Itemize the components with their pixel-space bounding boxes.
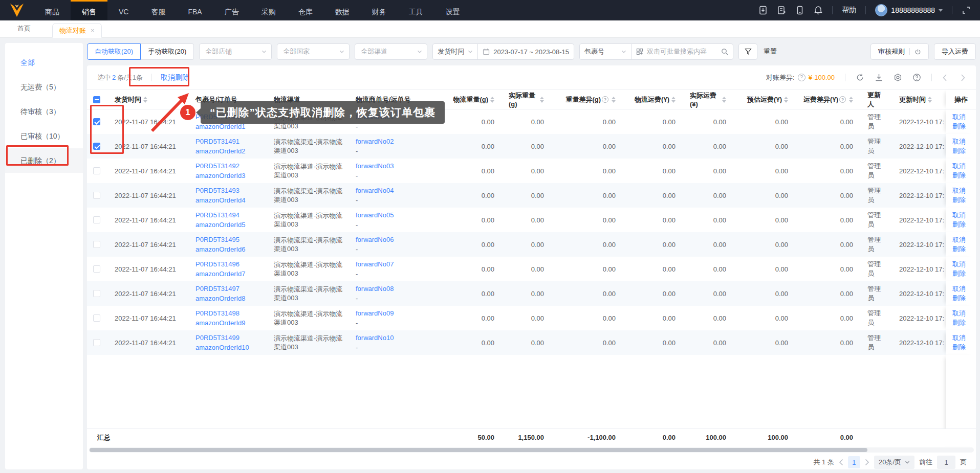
order-no-link[interactable]: amazonOrderId8 bbox=[195, 294, 246, 303]
cancel-delete-row-link[interactable]: 取消删除 bbox=[952, 162, 970, 180]
goto-page-input[interactable]: 1 bbox=[937, 456, 955, 469]
search-icon[interactable] bbox=[721, 48, 728, 55]
power-icon[interactable] bbox=[914, 49, 921, 55]
next-page-icon[interactable] bbox=[865, 459, 869, 466]
question-icon[interactable]: ? bbox=[839, 96, 846, 103]
sort-icon[interactable] bbox=[540, 97, 544, 103]
search-input[interactable]: 双击可批量搜索内容 bbox=[631, 44, 733, 59]
channel-select[interactable]: 全部渠道 bbox=[355, 43, 427, 60]
forward-no-link[interactable]: forwardNo03 bbox=[356, 162, 394, 170]
time-type-select[interactable]: 发货时间 bbox=[433, 44, 477, 59]
batch-search-icon[interactable] bbox=[636, 48, 643, 55]
tab-home[interactable]: 首页 bbox=[17, 24, 31, 33]
scrollbar-thumb[interactable] bbox=[90, 448, 867, 452]
package-no-link[interactable]: P0RD5T31495 bbox=[195, 235, 239, 244]
row-checkbox[interactable] bbox=[93, 143, 100, 150]
order-no-link[interactable]: amazonOrderId7 bbox=[195, 269, 246, 278]
order-no-link[interactable]: amazonOrderId2 bbox=[195, 147, 246, 155]
sort-icon[interactable] bbox=[143, 97, 147, 103]
package-no-link[interactable]: P0RD5T31497 bbox=[195, 284, 239, 293]
manual-fetch-button[interactable]: 手动获取(20) bbox=[141, 43, 194, 60]
forward-no-link[interactable]: forwardNo01 bbox=[356, 112, 394, 121]
package-no-link[interactable]: P0RD5T31493 bbox=[195, 186, 239, 195]
forward-no-link[interactable]: forwardNo10 bbox=[356, 333, 394, 342]
search-field-select[interactable]: 包裹号 bbox=[580, 44, 631, 59]
package-no-link[interactable]: P0RD5T31498 bbox=[195, 309, 239, 318]
row-checkbox[interactable] bbox=[93, 314, 100, 322]
close-icon[interactable]: × bbox=[91, 27, 95, 34]
date-range-input[interactable]: 2023-07-17 ~ 2023-08-15 bbox=[478, 44, 574, 59]
download-icon[interactable] bbox=[875, 73, 883, 82]
refresh-icon[interactable] bbox=[856, 73, 864, 82]
cancel-delete-row-link[interactable]: 取消删除 bbox=[952, 284, 970, 303]
package-no-link[interactable]: P0RD5T31491 bbox=[195, 137, 239, 146]
row-checkbox[interactable] bbox=[93, 241, 100, 248]
chevron-right-icon[interactable] bbox=[961, 74, 966, 82]
package-no-link[interactable]: P0RD5T31499 bbox=[195, 333, 239, 342]
account-menu[interactable]: 18888888888 bbox=[875, 4, 943, 16]
package-no-link[interactable]: P0RD5T31496 bbox=[195, 260, 239, 268]
nav-item-工具[interactable]: 工具 bbox=[398, 0, 434, 20]
nav-item-采购[interactable]: 采购 bbox=[250, 0, 287, 20]
order-no-link[interactable]: amazonOrderId3 bbox=[195, 171, 246, 180]
row-checkbox[interactable] bbox=[93, 265, 100, 273]
cancel-delete-row-link[interactable]: 取消删除 bbox=[952, 186, 970, 205]
sidebar-item-待审核（3）[interactable]: 待审核（3） bbox=[5, 99, 83, 124]
nav-item-FBA[interactable]: FBA bbox=[177, 0, 213, 20]
forward-no-link[interactable]: forwardNo07 bbox=[356, 260, 394, 268]
sort-icon[interactable] bbox=[849, 97, 853, 103]
sort-icon[interactable] bbox=[671, 97, 676, 103]
client-download-icon[interactable] bbox=[758, 6, 768, 15]
row-checkbox[interactable] bbox=[93, 216, 100, 223]
auto-fetch-button[interactable]: 自动获取(20) bbox=[87, 43, 141, 60]
nav-item-客服[interactable]: 客服 bbox=[140, 0, 177, 20]
order-no-link[interactable]: amazonOrderId5 bbox=[195, 220, 246, 229]
sort-icon[interactable] bbox=[722, 97, 726, 103]
question-icon[interactable]: ? bbox=[602, 96, 608, 103]
cancel-delete-row-link[interactable]: 取消删除 bbox=[952, 260, 970, 278]
cancel-delete-row-link[interactable]: 取消删除 bbox=[952, 309, 970, 327]
sidebar-item-已删除（2）[interactable]: 已删除（2） bbox=[5, 148, 83, 173]
audit-rules-button[interactable]: 审核规则 bbox=[870, 43, 929, 60]
country-select[interactable]: 全部国家 bbox=[277, 43, 350, 60]
forward-no-link[interactable]: forwardNo08 bbox=[356, 284, 394, 293]
order-no-link[interactable]: amazonOrderId6 bbox=[195, 245, 246, 254]
row-checkbox[interactable] bbox=[93, 339, 100, 346]
order-no-link[interactable]: amazonOrderId10 bbox=[195, 343, 249, 352]
sort-icon[interactable] bbox=[612, 97, 616, 103]
shop-select[interactable]: 全部店铺 bbox=[199, 43, 272, 60]
sort-icon[interactable] bbox=[928, 97, 932, 103]
help-link[interactable]: 帮助 bbox=[842, 6, 856, 15]
row-checkbox[interactable] bbox=[93, 192, 100, 199]
notification-bell-icon[interactable] bbox=[814, 6, 823, 15]
nav-item-仓库[interactable]: 仓库 bbox=[287, 0, 324, 20]
page-number-button[interactable]: 1 bbox=[848, 456, 860, 468]
advanced-filter-button[interactable] bbox=[738, 43, 757, 60]
order-no-link[interactable]: amazonOrderId4 bbox=[195, 196, 246, 205]
fullscreen-icon[interactable] bbox=[962, 6, 971, 15]
cancel-delete-row-link[interactable]: 取消删除 bbox=[952, 137, 970, 155]
page-size-select[interactable]: 20条/页 bbox=[874, 456, 914, 469]
forward-no-link[interactable]: forwardNo04 bbox=[356, 186, 394, 195]
question-icon[interactable] bbox=[912, 73, 921, 82]
sidebar-item-已审核（10）[interactable]: 已审核（10） bbox=[5, 124, 83, 148]
forward-no-link[interactable]: forwardNo05 bbox=[356, 211, 394, 219]
nav-item-销售[interactable]: 销售 bbox=[71, 0, 107, 20]
import-freight-button[interactable]: 导入运费 bbox=[934, 43, 976, 60]
select-all-checkbox[interactable] bbox=[93, 96, 100, 103]
order-no-link[interactable]: amazonOrderId9 bbox=[195, 319, 246, 327]
cancel-delete-row-link[interactable]: 取消删除 bbox=[952, 211, 970, 229]
nav-item-VC[interactable]: VC bbox=[107, 0, 140, 20]
forward-no-link[interactable]: forwardNo09 bbox=[356, 309, 394, 318]
nav-item-广告[interactable]: 广告 bbox=[213, 0, 250, 20]
sidebar-item-无运费（5）[interactable]: 无运费（5） bbox=[5, 75, 83, 99]
package-no-link[interactable]: P0RD5T31494 bbox=[195, 211, 239, 219]
gear-icon[interactable] bbox=[894, 73, 902, 82]
cancel-delete-row-link[interactable]: 取消删除 bbox=[952, 333, 970, 352]
package-no-link[interactable]: P0RD5T31490 bbox=[195, 112, 239, 121]
row-checkbox[interactable] bbox=[93, 118, 100, 125]
order-no-link[interactable]: amazonOrderId1 bbox=[195, 122, 246, 131]
cancel-delete-row-link[interactable]: 取消删除 bbox=[952, 235, 970, 254]
sort-icon[interactable] bbox=[784, 97, 788, 103]
package-no-link[interactable]: P0RD5T31492 bbox=[195, 162, 239, 170]
